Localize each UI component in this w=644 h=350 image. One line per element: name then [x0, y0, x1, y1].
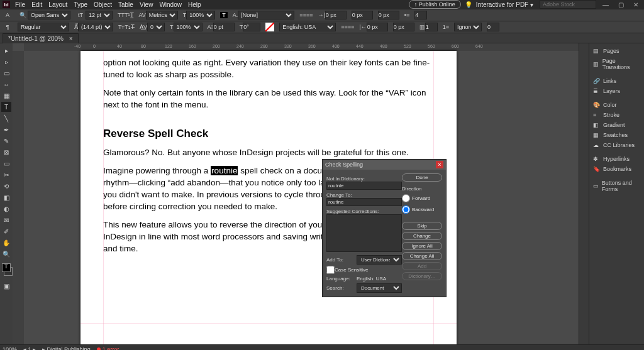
page-nav[interactable]: ◂ 1 ▸: [23, 346, 36, 351]
direct-selection-tool-icon[interactable]: ▹: [1, 57, 11, 67]
publish-online-button[interactable]: ↑ Publish Online: [409, 0, 461, 9]
skew-input[interactable]: [243, 23, 260, 31]
window-minimize-icon[interactable]: —: [600, 1, 611, 8]
links-panel-button[interactable]: 🔗Links: [589, 76, 644, 86]
hyphenate-select[interactable]: Ignore: [454, 23, 482, 31]
dialog-titlebar[interactable]: Check Spelling ×: [323, 160, 446, 170]
done-button[interactable]: Done: [402, 173, 442, 182]
menu-table[interactable]: Table: [118, 1, 133, 8]
menu-help[interactable]: Help: [188, 1, 201, 8]
layers-panel-button[interactable]: ≣Layers: [589, 86, 644, 96]
case-sensitive-checkbox[interactable]: [326, 266, 335, 274]
gradient-panel-button[interactable]: ◧Gradient: [589, 120, 644, 130]
page-transitions-panel-button[interactable]: ▥Page Transitions: [589, 56, 644, 72]
search-scope-select[interactable]: Document: [357, 283, 402, 293]
char-format-icon[interactable]: A: [3, 11, 12, 19]
view-mode-icon[interactable]: ▣: [1, 281, 11, 291]
menu-type[interactable]: Type: [74, 1, 87, 8]
gap-tool-icon[interactable]: ↔: [1, 79, 11, 89]
pages-panel-button[interactable]: ▤Pages: [589, 46, 644, 56]
zoom-tool-icon[interactable]: 🔍: [1, 249, 11, 259]
eyedropper-icon[interactable]: ✐: [1, 226, 11, 236]
underline-icon[interactable]: T̲: [130, 12, 134, 18]
change-to-input[interactable]: [326, 198, 402, 206]
stroke-panel-button[interactable]: ≡Stroke: [589, 110, 644, 120]
indent-left-input[interactable]: [325, 11, 347, 19]
smallcaps-icon[interactable]: Tᴛ: [118, 24, 125, 30]
menu-edit[interactable]: Edit: [31, 1, 42, 8]
color-panel-button[interactable]: 🎨Color: [589, 100, 644, 110]
menu-layout[interactable]: Layout: [48, 1, 67, 8]
hscale-select[interactable]: 100%: [186, 11, 215, 19]
allcaps-icon[interactable]: TT: [118, 12, 125, 18]
adobe-stock-search[interactable]: [540, 0, 596, 9]
window-restore-icon[interactable]: ▢: [615, 1, 626, 8]
vscale-select[interactable]: 100%: [174, 23, 203, 31]
canvas[interactable]: -40 0 40 80 120 160 200 240 280 320 360 …: [13, 43, 579, 344]
subscript-icon[interactable]: T₁: [125, 24, 131, 30]
font-style-select[interactable]: Regular: [18, 23, 69, 31]
gradient-swatch-icon[interactable]: ◧: [1, 192, 11, 202]
align-justify-icon[interactable]: ≡: [309, 12, 313, 18]
kerning-select[interactable]: Metrics: [146, 11, 178, 19]
num-b-input[interactable]: [487, 23, 499, 31]
strike-icon[interactable]: T̶: [131, 24, 135, 30]
hand-tool-icon[interactable]: ✋: [1, 238, 11, 248]
para-format-icon[interactable]: ¶: [3, 23, 12, 31]
change-all-button[interactable]: Change All: [402, 252, 442, 260]
content-collector-icon[interactable]: ▦: [1, 90, 11, 101]
change-button[interactable]: Change: [402, 232, 442, 240]
numbered-list-icon[interactable]: 1≡: [443, 24, 449, 30]
forward-radio[interactable]: [402, 194, 410, 202]
type-tool-icon[interactable]: T: [1, 102, 11, 112]
cc-libraries-panel-button[interactable]: ☁CC Libraries: [589, 140, 644, 150]
tracking-select[interactable]: 0: [147, 23, 165, 31]
line-tool-icon[interactable]: ╲: [1, 113, 11, 123]
gradient-feather-icon[interactable]: ◐: [1, 204, 11, 214]
add-to-select[interactable]: User Dictionary: [357, 255, 402, 265]
rectangle-tool-icon[interactable]: ▭: [1, 158, 11, 168]
tips-icon[interactable]: 💡: [465, 1, 472, 8]
superscript-icon[interactable]: T¹: [125, 12, 130, 18]
font-size-select[interactable]: 12 pt: [86, 11, 113, 19]
space-after-input[interactable]: [393, 23, 414, 31]
menu-view[interactable]: View: [140, 1, 153, 8]
baseline-input[interactable]: [213, 23, 235, 31]
leading-select[interactable]: (14.4 pt): [78, 23, 113, 31]
menu-window[interactable]: Window: [159, 1, 182, 8]
page-tool-icon[interactable]: ▭: [1, 68, 11, 78]
search-icon[interactable]: 🔍: [18, 11, 27, 19]
zoom-level[interactable]: 100%: [3, 346, 17, 351]
bookmarks-panel-button[interactable]: 🔖Bookmarks: [589, 164, 644, 174]
pen-tool-icon[interactable]: ✒: [1, 124, 11, 134]
dialog-close-icon[interactable]: ×: [436, 161, 443, 168]
fill-swatch[interactable]: T: [2, 263, 11, 272]
selection-tool-icon[interactable]: ▸: [1, 45, 11, 55]
hyperlinks-panel-button[interactable]: ✽Hyperlinks: [589, 154, 644, 164]
no-stroke-icon[interactable]: [265, 23, 274, 31]
document-tab-close-icon[interactable]: ×: [69, 35, 73, 42]
collapsed-panel-strip[interactable]: [579, 43, 589, 344]
language-select[interactable]: English: USA: [279, 23, 336, 31]
bullets-icon[interactable]: •≡: [404, 12, 409, 18]
suggestions-list[interactable]: [326, 214, 402, 252]
columns-input[interactable]: [425, 23, 438, 31]
menu-file[interactable]: File: [15, 1, 25, 8]
space-before-input[interactable]: [352, 11, 373, 19]
swatches-panel-button[interactable]: ▦Swatches: [589, 130, 644, 140]
skip-button[interactable]: Skip: [402, 222, 442, 230]
backward-radio[interactable]: [402, 205, 410, 214]
note-tool-icon[interactable]: ✉: [1, 215, 11, 225]
workspace-selector[interactable]: Interactive for PDF ▾: [476, 1, 533, 8]
indent-right-input[interactable]: [367, 23, 388, 31]
justify-right-icon[interactable]: ≡: [351, 24, 354, 30]
char-style-select[interactable]: [None]: [238, 11, 294, 19]
fill-t-icon[interactable]: T: [220, 12, 228, 18]
free-transform-icon[interactable]: ⟲: [1, 181, 11, 191]
rectangle-frame-icon[interactable]: ⊠: [1, 147, 11, 157]
first-indent-input[interactable]: [378, 11, 399, 19]
workspace-status[interactable]: ▸ Digital Publishing: [42, 346, 91, 351]
document-tab[interactable]: *Untitled-1 @ 200% ×: [3, 33, 79, 43]
preflight-status[interactable]: 1 error: [97, 346, 119, 351]
font-family-select[interactable]: Open Sans: [28, 11, 70, 19]
